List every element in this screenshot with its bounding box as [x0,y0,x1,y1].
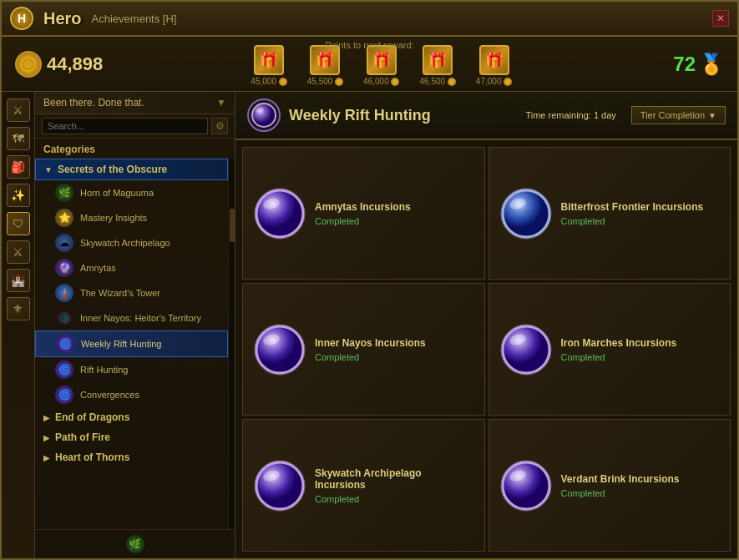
sidebar-icon-pve[interactable]: 🛡 [7,212,30,235]
nav-item-label-rift: Rift Hunting [80,365,128,375]
nav-item-amnytas[interactable]: 🔮 Amnytas [35,255,228,280]
nav-section-text-hot: Heart of Thorns [55,452,129,463]
chest-item-2: 🎁 45,500 [307,45,343,86]
icon-sidebar: ⚔ 🗺 🎒 ✨ 🛡 ⚔ 🏰 ⚜ [2,92,35,558]
window-icon: H [10,7,33,30]
svg-point-19 [503,462,549,509]
search-gear-button[interactable]: ⚙ [211,118,228,134]
nav-item-label-convergences: Convergences [80,390,139,400]
ach-orb-container-inner-nayos [253,323,306,376]
ach-orb-container-iron-marches [499,323,553,376]
nav-scrollbar[interactable] [228,159,235,529]
content-area: ⚔ 🗺 🎒 ✨ 🛡 ⚔ 🏰 ⚜ Been there. Done that. ▼… [2,92,737,558]
nav-section-header-pof[interactable]: ▶ Path of Fire [35,427,228,447]
nav-item-label-wizards: The Wizard's Tower [80,288,160,298]
nav-item-icon-convergences: 🌀 [55,386,73,404]
nav-item-icon-mastery: ⭐ [55,209,73,227]
sidebar-icon-hero[interactable]: ⚔ [7,98,30,122]
ach-card-amnytas[interactable]: Amnytas Incursions Completed [242,147,485,280]
ach-orb-container-verdant-brink [499,459,553,512]
search-input[interactable] [42,118,208,134]
nav-section-end-of-dragons: ▶ End of Dragons [35,407,228,427]
sidebar-icon-map[interactable]: 🗺 [7,127,30,150]
chest-item-1: 🎁 45,000 [251,45,286,86]
achievement-header-icon [247,98,281,132]
nav-section-header-eod[interactable]: ▶ End of Dragons [35,407,228,427]
ach-status-amnytas: Completed [315,216,474,226]
nav-section-heart-of-thorns: ▶ Heart of Thorns [35,447,228,467]
chest-label-2: 45,500 [307,77,343,86]
nav-item-convergences[interactable]: 🌀 Convergences [35,382,228,407]
ach-info-skywatch: Skywatch Archipelago Incursions Complete… [315,467,474,504]
nav-section-header-hot[interactable]: ▶ Heart of Thorns [35,447,228,467]
tier-arrow-icon: ▼ [708,111,716,120]
ach-name-skywatch: Skywatch Archipelago Incursions [315,467,474,491]
ach-orb-container-amnytas [253,187,306,240]
sidebar-icon-pvp[interactable]: ⚔ [7,240,30,264]
ach-orb-container-skywatch [253,459,306,512]
achievement-header: Weekly Rift Hunting Time remaining: 1 da… [235,92,737,140]
ach-card-skywatch[interactable]: Skywatch Archipelago Incursions Complete… [242,419,485,552]
nav-scroll-thumb [230,209,235,242]
coin-icon [15,51,42,78]
nav-item-icon-weekly-rift: 🌀 [56,335,74,353]
svg-point-4 [256,190,303,237]
chest-icon-4: 🎁 [423,45,453,75]
ach-card-bitterfrost[interactable]: Bitterfrost Frontier Incursions Complete… [488,147,731,280]
svg-point-16 [256,462,303,509]
close-button[interactable]: ✕ [712,10,729,27]
nav-item-icon-skywatch: ☁ [55,234,73,252]
nav-item-label-amnytas: Amnytas [80,263,116,273]
bottom-leaf-icon: 🌿 [126,535,144,553]
nav-item-inner-nayos[interactable]: 🌑 Inner Nayos: Heitor's Territory [35,305,228,330]
chest-label-3: 46,000 [363,77,399,86]
ach-name-amnytas: Amnytas Incursions [315,201,474,213]
sidebar-icon-guild[interactable]: ⚜ [7,297,30,320]
nav-item-icon-rift: 🌀 [55,361,73,379]
nav-dropdown-arrow-icon: ▼ [216,97,226,108]
search-row: ⚙ [35,114,235,139]
nav-section-text-pof: Path of Fire [55,431,110,443]
nav-section-path-of-fire: ▶ Path of Fire [35,427,228,447]
chest-label-5: 47,000 [476,77,512,86]
ach-name-verdant-brink: Verdant Brink Incursions [561,473,721,485]
sidebar-icon-skills[interactable]: ✨ [7,184,30,207]
points-value: 44,898 [47,53,103,75]
svg-point-1 [24,60,33,68]
sidebar-icon-wvw[interactable]: 🏰 [7,269,30,292]
nav-section-header-secrets[interactable]: ▼ Secrets of the Obscure [35,159,228,180]
rank-value: 72 [673,53,696,76]
nav-item-rift-hunting[interactable]: 🌀 Rift Hunting [35,357,228,382]
ach-card-verdant-brink[interactable]: Verdant Brink Incursions Completed [488,419,731,552]
window-subtitle: Achievements [H] [92,13,177,25]
nav-section-arrow-secrets: ▼ [44,165,53,174]
nav-section-text-eod: End of Dragons [55,411,129,423]
ach-info-iron-marches: Iron Marches Incursions Completed [561,337,721,362]
ach-info-verdant-brink: Verdant Brink Incursions Completed [561,473,721,498]
nav-section-arrow-eod: ▶ [43,413,50,422]
nav-item-label-inner-nayos: Inner Nayos: Heitor's Territory [80,313,201,323]
chest-label-4: 46,500 [419,77,455,86]
ach-status-iron-marches: Completed [561,352,721,362]
chest-item-4: 🎁 46,500 [419,45,455,86]
achievement-grid: Amnytas Incursions Completed [235,140,737,558]
nav-item-weekly-rift-hunting[interactable]: 🌀 Weekly Rift Hunting [35,330,228,357]
nav-item-skywatch-archipelago[interactable]: ☁ Skywatch Archipelago [35,230,228,255]
nav-item-wizards-tower[interactable]: 🗼 The Wizard's Tower [35,280,228,305]
nav-panel: Been there. Done that. ▼ ⚙ Categories ▼ … [35,92,235,558]
ach-name-inner-nayos: Inner Nayos Incursions [315,337,474,349]
ach-name-iron-marches: Iron Marches Incursions [561,337,721,349]
nav-dropdown[interactable]: Been there. Done that. ▼ [35,92,235,114]
nav-item-horn-of-maguuma[interactable]: 🌿 Horn of Maguuma [35,180,228,205]
sidebar-icon-inventory[interactable]: 🎒 [7,155,30,179]
ach-info-inner-nayos: Inner Nayos Incursions Completed [315,337,474,362]
tier-completion-button[interactable]: Tier Completion ▼ [631,106,726,124]
ach-card-iron-marches[interactable]: Iron Marches Incursions Completed [488,283,731,416]
nav-item-icon-wizards: 🗼 [55,284,73,302]
ach-card-inner-nayos[interactable]: Inner Nayos Incursions Completed [242,283,485,416]
points-label: Points to next reward: [325,40,413,50]
nav-item-icon-inner-nayos: 🌑 [55,309,73,327]
rank-badge: 72 🏅 [673,53,724,76]
laurel-icon: 🏅 [699,53,724,76]
nav-item-mastery-insights[interactable]: ⭐ Mastery Insights [35,205,228,230]
